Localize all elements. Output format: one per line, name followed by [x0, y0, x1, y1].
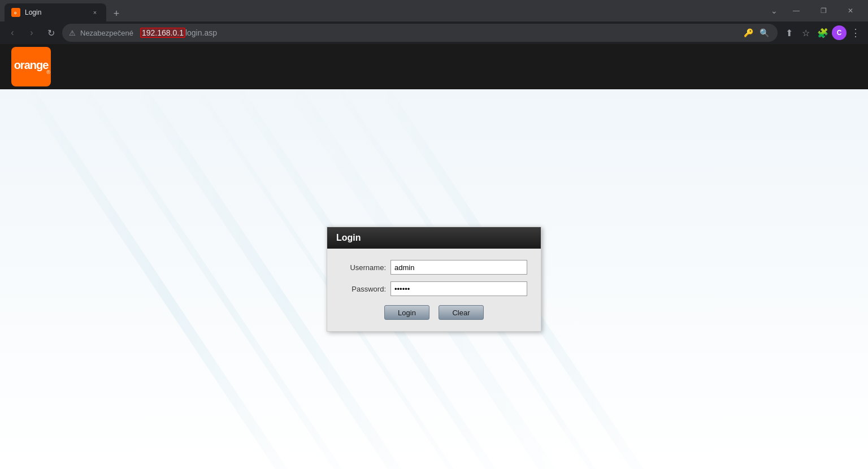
minimize-button[interactable]: —: [783, 2, 809, 19]
page-content: orange ® L: [0, 44, 868, 469]
svg-line-3: [85, 89, 367, 469]
orange-logo: orange ®: [11, 47, 51, 86]
address-bar-icons: 🔑 🔍: [741, 26, 771, 40]
toolbar-icons: ⬆ ☆ 🧩 C ⋮: [781, 25, 863, 41]
security-warning-icon: ⚠: [69, 29, 76, 37]
login-button[interactable]: Login: [384, 305, 429, 320]
url-host-highlight: 192.168.0.1: [140, 28, 185, 38]
profile-avatar[interactable]: C: [832, 25, 847, 40]
address-bar[interactable]: ⚠ Nezabezpečené 192.168.0.1 login.asp 🔑 …: [62, 24, 778, 42]
login-dialog: Login Username: Password: Login Clear: [327, 227, 541, 332]
tab-favicon: o: [11, 8, 20, 17]
window-controls: — ❐ ✕: [783, 2, 863, 19]
insecure-label: Nezabezpečené: [80, 29, 133, 37]
tab-bar-right: ⌄ — ❐ ✕: [124, 2, 863, 21]
password-label: Password:: [341, 285, 386, 293]
close-button[interactable]: ✕: [837, 2, 863, 19]
chrome-menu-button[interactable]: ⋮: [848, 25, 863, 41]
bookmark-icon[interactable]: ☆: [798, 25, 814, 41]
svg-text:o: o: [14, 11, 16, 15]
password-input[interactable]: [390, 281, 527, 296]
browser-chrome: o Login × + ⌄ — ❐ ✕ ‹ › ↻ ⚠ Nezabezpečen…: [0, 0, 868, 44]
back-button[interactable]: ‹: [5, 25, 20, 41]
username-input[interactable]: [390, 260, 527, 275]
share-icon[interactable]: ⬆: [781, 25, 797, 41]
button-row: Login Clear: [341, 305, 527, 320]
tab-list-button[interactable]: ⌄: [767, 4, 781, 18]
tab-title: Login: [25, 8, 86, 16]
tab-bar: o Login × + ⌄ — ❐ ✕: [0, 0, 868, 21]
dialog-body: Username: Password: Login Clear: [327, 249, 541, 331]
dialog-title: Login: [336, 233, 361, 242]
clear-button[interactable]: Clear: [439, 305, 484, 320]
svg-line-2: [28, 89, 311, 469]
logo-text: orange: [14, 59, 49, 72]
logo-tm: ®: [46, 70, 50, 75]
extensions-icon[interactable]: 🧩: [815, 25, 831, 41]
new-tab-button[interactable]: +: [108, 6, 124, 21]
main-background: Login Username: Password: Login Clear: [0, 89, 868, 469]
orange-header: orange ®: [0, 44, 868, 89]
tab-close-button[interactable]: ×: [90, 8, 99, 17]
dialog-title-bar: Login: [327, 227, 541, 249]
active-tab[interactable]: o Login ×: [5, 3, 106, 21]
forward-button[interactable]: ›: [24, 25, 40, 41]
key-icon[interactable]: 🔑: [741, 26, 755, 40]
url-path: login.asp: [185, 28, 217, 37]
url-display: 192.168.0.1 login.asp: [140, 28, 737, 38]
password-row: Password:: [341, 281, 527, 296]
username-label: Username:: [341, 263, 386, 272]
zoom-icon[interactable]: 🔍: [757, 26, 771, 40]
address-bar-row: ‹ › ↻ ⚠ Nezabezpečené 192.168.0.1 login.…: [0, 21, 868, 44]
reload-button[interactable]: ↻: [43, 25, 59, 41]
username-row: Username:: [341, 260, 527, 275]
maximize-button[interactable]: ❐: [810, 2, 836, 19]
